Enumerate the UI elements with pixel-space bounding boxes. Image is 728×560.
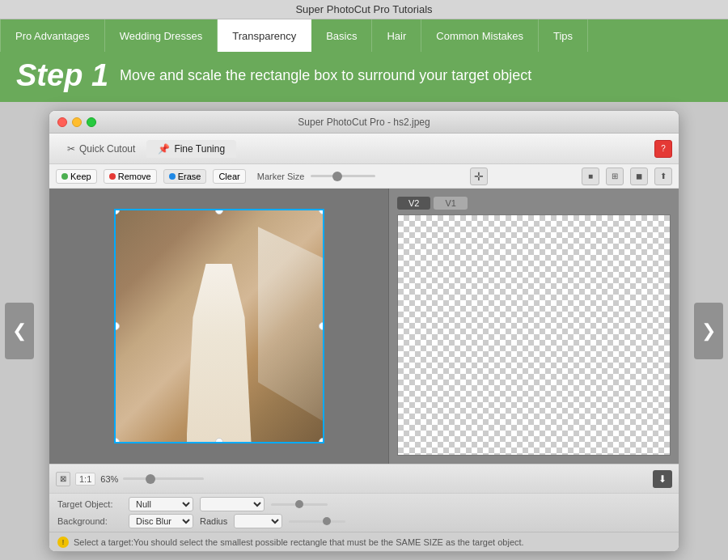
step-number: Step 1 xyxy=(16,60,108,91)
target-object-select[interactable]: Null xyxy=(129,497,193,511)
erase-dot xyxy=(169,173,176,180)
view-tabs: V2 V1 xyxy=(397,197,671,210)
erase-button[interactable]: Erase xyxy=(163,169,207,184)
bottom-toolbar: ⊠ 1:1 63% ⬇ xyxy=(49,464,679,493)
target-object-label: Target Object: xyxy=(57,499,122,509)
marker-size-slider[interactable] xyxy=(311,175,375,177)
minimize-button[interactable] xyxy=(72,117,82,127)
veil xyxy=(258,227,323,421)
fine-tuning-tab[interactable]: 📌 Fine Tuning xyxy=(146,140,236,158)
tab-pro-advantages[interactable]: Pro Advantages xyxy=(0,19,105,52)
status-icon: ! xyxy=(57,537,69,548)
warning-icon: ! xyxy=(62,538,65,546)
close-button[interactable] xyxy=(57,117,67,127)
clear-button[interactable]: Clear xyxy=(213,169,245,184)
background-select[interactable]: Disc Blur xyxy=(129,514,193,528)
remove-button[interactable]: Remove xyxy=(104,169,157,184)
background-label: Background: xyxy=(57,516,122,526)
tab-transparency[interactable]: Transparency xyxy=(218,19,311,52)
props-panel: Target Object: Null Background: Disc Blu… xyxy=(49,493,679,532)
remove-dot xyxy=(109,173,116,180)
nav-next-button[interactable]: ❯ xyxy=(694,303,723,359)
dress-body xyxy=(187,264,252,442)
marker-size-label: Marker Size xyxy=(257,172,305,181)
step-header: Step 1 Move and scale the rectangle box … xyxy=(0,52,728,102)
tab-common-mistakes[interactable]: Common Mistakes xyxy=(421,19,539,52)
corner-br[interactable] xyxy=(319,438,324,443)
target-object-slider[interactable] xyxy=(271,503,328,506)
window-titlebar: Super PhotoCut Pro - hs2.jpeg xyxy=(49,111,679,134)
tab-area: ✂ Quick Cutout 📌 Fine Tuning xyxy=(56,140,236,158)
main-area: ❮ Super PhotoCut Pro - hs2.jpeg ✂ Quick … xyxy=(0,102,728,560)
help-button[interactable]: ? xyxy=(654,140,672,158)
view-tab-v1[interactable]: V1 xyxy=(434,197,467,210)
keep-button[interactable]: Keep xyxy=(56,169,97,184)
zoom-ratio: 1:1 xyxy=(75,473,95,486)
maximize-button[interactable] xyxy=(87,117,96,127)
title-bar: Super PhotoCut Pro Tutorials xyxy=(0,0,728,19)
background-row: Background: Disc Blur Radius xyxy=(57,514,671,528)
download-icon: ⬇ xyxy=(658,473,667,485)
target-object-row: Target Object: Null xyxy=(57,497,671,511)
radius-slider[interactable] xyxy=(289,520,345,523)
keep-dot xyxy=(61,173,68,180)
radius-select[interactable] xyxy=(234,514,282,528)
target-object-select2[interactable] xyxy=(200,497,265,511)
zoom-slider[interactable] xyxy=(123,477,204,480)
sub-toolbar: Keep Remove Erase Clear Marker Size ✛ ■ … xyxy=(49,164,679,189)
toolbar: ✂ Quick Cutout 📌 Fine Tuning ? xyxy=(49,134,679,164)
editor-area: V2 V1 xyxy=(49,189,679,464)
prev-arrow-icon: ❮ xyxy=(12,320,27,342)
step-description: Move and scale the rectangle box to surr… xyxy=(120,66,531,85)
quick-cutout-tab[interactable]: ✂ Quick Cutout xyxy=(56,140,146,158)
right-panel: V2 V1 xyxy=(389,189,679,464)
tab-tips[interactable]: Tips xyxy=(539,19,588,52)
grid-icon[interactable]: ⊞ xyxy=(606,168,624,185)
left-panel xyxy=(49,189,389,464)
scissors-icon: ✂ xyxy=(67,143,75,155)
nav-prev-button[interactable]: ❮ xyxy=(5,303,34,359)
right-icons: ? xyxy=(654,140,672,158)
next-arrow-icon: ❯ xyxy=(701,320,716,342)
dress-background xyxy=(116,210,323,442)
status-bar: ! Select a target:You should select the … xyxy=(49,532,679,551)
status-message: Select a target:You should select the sm… xyxy=(74,537,524,547)
move-icon[interactable]: ✛ xyxy=(470,168,488,185)
app-window: Super PhotoCut Pro - hs2.jpeg ✂ Quick Cu… xyxy=(49,110,679,552)
tab-hair[interactable]: Hair xyxy=(372,19,421,52)
nav-tabs: Pro Advantages Wedding Dresses Transpare… xyxy=(0,19,728,52)
view-tab-v2[interactable]: V2 xyxy=(397,197,430,210)
corner-rm[interactable] xyxy=(319,322,324,330)
corner-bl[interactable] xyxy=(114,438,120,443)
layers-icon[interactable]: ◼ xyxy=(630,168,648,185)
window-title: Super PhotoCut Pro Tutorials xyxy=(295,3,432,15)
tab-basics[interactable]: Basics xyxy=(311,19,372,52)
zoom-reset-button[interactable]: ⊠ xyxy=(56,472,70,486)
radius-label: Radius xyxy=(200,516,227,526)
canvas-area[interactable] xyxy=(114,209,324,443)
app-window-title: Super PhotoCut Pro - hs2.jpeg xyxy=(298,117,430,128)
corner-bm[interactable] xyxy=(215,438,223,443)
download-button[interactable]: ⬇ xyxy=(653,470,672,488)
tab-wedding-dresses[interactable]: Wedding Dresses xyxy=(105,19,218,52)
color-icon[interactable]: ■ xyxy=(582,168,599,185)
preview-canvas[interactable] xyxy=(397,214,671,456)
zoom-percent: 63% xyxy=(100,474,118,484)
pin-icon: 📌 xyxy=(158,143,170,155)
export-icon[interactable]: ⬆ xyxy=(654,168,672,185)
